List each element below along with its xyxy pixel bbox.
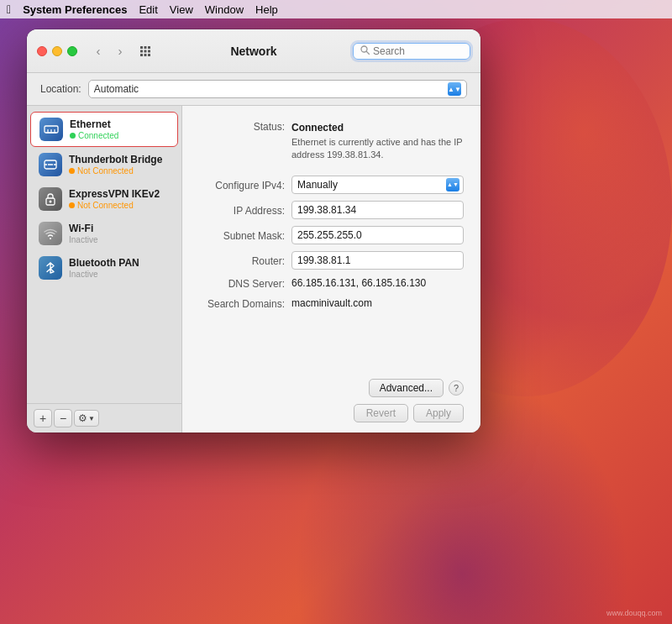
configure-select-arrow: ▲▼ (446, 178, 459, 191)
network-item-ethernet[interactable]: Ethernet Connected (30, 112, 178, 147)
svg-rect-1 (144, 46, 147, 49)
router-input[interactable] (291, 251, 464, 270)
sidebar-toolbar: + − ⚙ ▼ (27, 403, 181, 433)
remove-network-button[interactable]: − (54, 409, 72, 427)
menu-view[interactable]: View (170, 3, 193, 16)
network-item-thunderbolt[interactable]: Thunderbolt Bridge Not Connected (30, 148, 178, 181)
bluetooth-status: Inactive (69, 270, 139, 279)
ethernet-status-dot (70, 133, 76, 139)
configure-row: Configure IPv4: Manually ▲▼ (199, 176, 464, 194)
advanced-button[interactable]: Advanced... (369, 379, 444, 397)
form-section: Configure IPv4: Manually ▲▼ IP Address: (199, 176, 464, 310)
vpn-icon (39, 187, 62, 211)
status-label: Status: (199, 119, 291, 133)
select-chevron-icon: ▲▼ (448, 86, 461, 93)
search-input[interactable] (373, 45, 463, 57)
dns-label: DNS Server: (199, 276, 291, 290)
menu-help[interactable]: Help (255, 3, 278, 16)
svg-rect-2 (148, 46, 150, 49)
window-title: Network (230, 45, 276, 58)
router-row: Router: (199, 251, 464, 270)
search-icon (360, 45, 370, 56)
thunderbolt-status-dot (69, 168, 75, 174)
content-area: Ethernet Connected (27, 106, 480, 433)
help-button[interactable]: ? (449, 380, 464, 396)
status-description: Ethernet is currently active and has the… (291, 136, 464, 162)
bluetooth-status-text: Inactive (69, 270, 97, 279)
close-button[interactable] (37, 46, 47, 56)
configure-select[interactable]: Manually ▲▼ (291, 176, 464, 194)
back-button[interactable]: ‹ (89, 42, 108, 60)
bluetooth-name: Bluetooth PAN (69, 257, 139, 269)
apply-button[interactable]: Apply (413, 404, 464, 422)
dns-row: DNS Server: 66.185.16.131, 66.185.16.130 (199, 276, 464, 290)
minimize-button[interactable] (52, 46, 62, 56)
ethernet-status-text: Connected (78, 131, 118, 140)
traffic-lights (37, 46, 77, 56)
svg-point-21 (50, 201, 52, 203)
wifi-status-text: Inactive (69, 235, 97, 244)
detail-content: Status: Connected Ethernet is currently … (199, 119, 464, 379)
footer-bottom: Revert Apply (199, 404, 464, 422)
vpn-name: ExpressVPN IKEv2 (69, 188, 160, 200)
vpn-status: Not Connected (69, 201, 160, 210)
status-value: Connected (291, 122, 344, 134)
ip-input[interactable] (291, 201, 464, 219)
titlebar: ‹ › Network (27, 29, 480, 73)
maximize-button[interactable] (67, 46, 77, 56)
thunderbolt-info: Thunderbolt Bridge Not Connected (69, 154, 162, 176)
network-preferences-window: ‹ › Network (27, 29, 480, 433)
menubar:  System Preferences Edit View Window He… (0, 0, 672, 18)
subnet-input[interactable] (291, 226, 464, 244)
location-label: Location: (40, 83, 81, 95)
ethernet-name: Ethernet (70, 118, 118, 130)
subnet-label: Subnet Mask: (199, 228, 291, 242)
forward-button[interactable]: › (111, 42, 129, 60)
menu-window[interactable]: Window (205, 3, 244, 16)
thunderbolt-status: Not Connected (69, 166, 162, 176)
ethernet-info: Ethernet Connected (70, 118, 118, 140)
bluetooth-info: Bluetooth PAN Inactive (69, 257, 139, 279)
sidebar: Ethernet Connected (27, 106, 182, 433)
svg-rect-4 (144, 50, 147, 52)
watermark: www.douqq.com (606, 609, 662, 617)
configure-value: Manually (297, 179, 338, 191)
vpn-status-text: Not Connected (77, 201, 134, 210)
revert-button[interactable]: Revert (354, 404, 408, 422)
gear-dropdown-icon: ▼ (88, 415, 95, 422)
network-list: Ethernet Connected (27, 106, 181, 403)
svg-line-10 (367, 52, 370, 55)
svg-rect-0 (140, 46, 143, 49)
vpn-info: ExpressVPN IKEv2 Not Connected (69, 188, 160, 210)
ethernet-status: Connected (70, 131, 118, 140)
network-item-bluetooth[interactable]: Bluetooth PAN Inactive (30, 251, 178, 285)
dns-value: 66.185.16.131, 66.185.16.130 (291, 277, 426, 289)
detail-footer: Advanced... ? Revert Apply (199, 379, 464, 422)
bluetooth-icon (39, 256, 62, 280)
svg-rect-7 (144, 54, 147, 56)
network-item-wifi[interactable]: Wi-Fi Inactive (30, 217, 178, 250)
grid-view-button[interactable] (136, 42, 155, 60)
location-value: Automatic (94, 83, 139, 95)
svg-point-9 (361, 46, 367, 52)
wifi-name: Wi-Fi (69, 223, 97, 234)
configure-label: Configure IPv4: (199, 178, 291, 191)
menu-system-preferences[interactable]: System Preferences (23, 3, 127, 16)
subnet-row: Subnet Mask: (199, 226, 464, 244)
search-box[interactable] (353, 43, 470, 60)
location-select[interactable]: Automatic ▲▼ (88, 80, 467, 98)
wifi-info: Wi-Fi Inactive (69, 223, 97, 244)
gear-menu-button[interactable]: ⚙ ▼ (74, 410, 99, 427)
apple-menu[interactable]:  (7, 3, 11, 16)
ethernet-icon (39, 118, 63, 141)
vpn-status-dot (69, 202, 75, 208)
status-row: Status: Connected Ethernet is currently … (199, 119, 464, 162)
wifi-icon (39, 222, 62, 245)
gear-icon: ⚙ (78, 412, 87, 424)
location-bar: Location: Automatic ▲▼ (27, 73, 480, 106)
network-item-vpn[interactable]: ExpressVPN IKEv2 Not Connected (30, 182, 178, 216)
svg-rect-8 (148, 54, 150, 56)
svg-rect-3 (140, 50, 143, 52)
add-network-button[interactable]: + (34, 409, 52, 427)
menu-edit[interactable]: Edit (139, 3, 157, 16)
